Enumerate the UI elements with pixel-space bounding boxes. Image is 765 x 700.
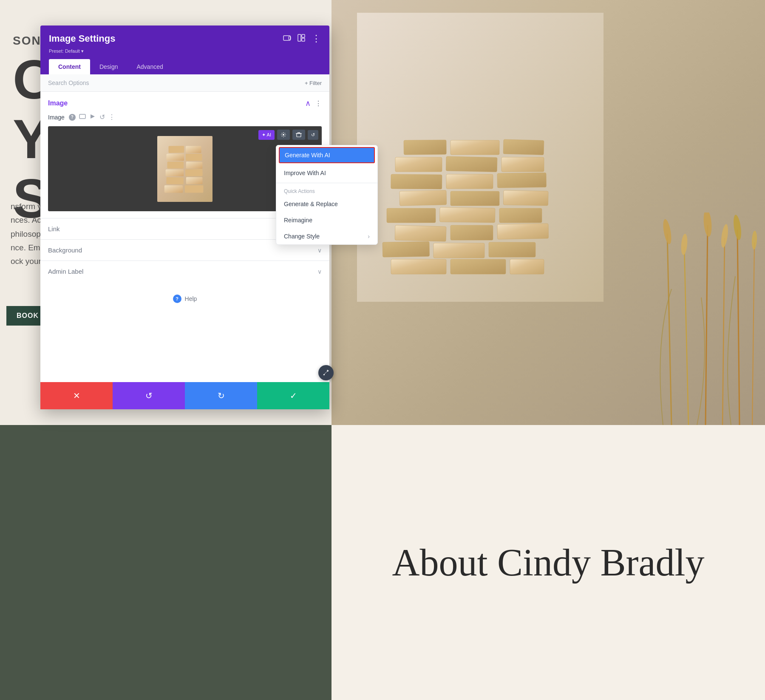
ai-toolbar: ✦ AI [258,130,318,140]
image-reset-icon[interactable]: ↺ [99,113,105,121]
ai-trash-button[interactable] [292,130,305,140]
svg-line-35 [752,242,754,425]
dropdown-divider-1 [276,183,377,183]
bg-right-panel [332,0,765,425]
image-label: Image [48,114,65,121]
section-more-icon[interactable]: ⋮ [315,99,322,108]
collapse-icon[interactable]: ∧ [305,99,311,108]
svg-rect-41 [302,38,305,41]
cancel-button[interactable]: ✕ [40,382,113,409]
preview-image [157,136,212,202]
search-input-wrap: Search Options [48,79,305,86]
admin-label-text: Admin Label [48,268,83,275]
bg-bottom-right: About Cindy Bradly [332,425,765,700]
panel-header: Image Settings [40,26,329,74]
svg-line-27 [684,247,688,425]
svg-rect-19 [395,157,442,172]
link-label: Link [48,225,60,232]
tab-advanced[interactable]: Advanced [127,59,172,74]
svg-rect-49 [185,169,203,176]
help-section[interactable]: ? Help [40,282,329,316]
image-settings-panel: Image Settings [40,26,329,409]
svg-rect-47 [186,177,203,184]
svg-rect-20 [446,156,497,172]
svg-rect-13 [400,190,447,206]
background-label: Background [48,247,82,254]
ai-undo-button[interactable]: ↺ [308,130,318,140]
dropdown-change-style[interactable]: Change Style › [276,228,377,244]
about-title: About Cindy Bradly [392,541,705,584]
trash-icon [296,132,302,138]
panel-tabs: Content Design Advanced [49,59,321,74]
image-row: Image ? ↺ ⋮ [40,111,329,126]
svg-line-29 [706,225,708,425]
image-section-title: Image [48,99,68,107]
preview-jenga-svg [162,140,208,198]
tab-design[interactable]: Design [90,59,128,74]
image-target-icon[interactable] [89,113,96,121]
svg-rect-1 [391,259,446,274]
svg-rect-52 [167,153,184,160]
help-tooltip-icon[interactable]: ? [69,114,76,121]
image-preview-area: ✦ AI [48,126,322,211]
svg-rect-22 [404,140,446,155]
image-more-icon[interactable]: ⋮ [108,113,115,121]
image-device-icon[interactable] [79,113,86,121]
bg-bottom-left [0,425,332,700]
dropdown-reimagine[interactable]: Reimagine [276,212,377,228]
search-bar: Search Options + Filter [40,74,329,92]
chevron-right-icon: › [368,233,370,240]
svg-point-62 [323,374,325,375]
svg-rect-57 [297,133,301,137]
svg-point-36 [751,231,757,250]
panel-header-top: Image Settings [49,33,321,44]
svg-rect-8 [450,225,493,240]
svg-rect-55 [186,146,201,153]
svg-rect-23 [450,140,499,155]
svg-rect-14 [450,191,499,206]
undo-icon: ↺ [311,132,315,138]
svg-line-33 [737,230,740,425]
redo-action-button[interactable]: ↻ [185,382,257,409]
svg-rect-15 [503,190,548,206]
wooden-blocks-svg [357,13,604,302]
svg-rect-4 [382,241,430,257]
settings-dot-button[interactable] [318,365,334,380]
svg-rect-5 [434,243,484,258]
svg-rect-45 [185,185,203,193]
svg-point-56 [283,134,284,136]
svg-rect-11 [440,207,495,223]
svg-rect-10 [387,208,436,223]
svg-rect-46 [166,177,184,184]
svg-rect-44 [164,185,183,193]
background-collapse-icon: ∨ [317,247,322,254]
svg-point-28 [680,233,688,255]
svg-rect-40 [302,34,305,37]
svg-rect-48 [166,169,184,176]
panel-preset[interactable]: Preset: Default ▾ [49,48,321,54]
admin-collapse-icon: ∨ [317,268,322,275]
dropdown-generate-replace[interactable]: Generate & Replace [276,196,377,212]
image-section-header: Image ∧ ⋮ [40,92,329,111]
layout-icon[interactable] [297,34,306,44]
dropdown-generate-with-ai[interactable]: Generate With AI [279,147,375,163]
svg-rect-6 [489,242,536,257]
more-options-icon[interactable]: ⋮ [312,34,321,43]
filter-button[interactable]: + Filter [305,80,322,86]
dropdown-improve-with-ai[interactable]: Improve With AI [276,165,377,181]
panel-header-icons: ⋮ [283,34,321,44]
svg-rect-39 [298,34,301,41]
ai-generate-button[interactable]: ✦ AI [258,130,275,140]
responsive-icon[interactable] [283,34,291,44]
tab-content[interactable]: Content [49,59,90,74]
reeds-svg [646,213,765,425]
svg-rect-16 [391,174,442,189]
admin-label-section[interactable]: Admin Label ∨ [40,261,329,282]
undo-action-button[interactable]: ↺ [113,382,185,409]
svg-point-26 [662,218,673,245]
ai-settings-button[interactable] [277,130,290,140]
svg-rect-53 [186,153,202,160]
svg-rect-3 [510,259,544,274]
svg-rect-7 [395,225,446,241]
save-button[interactable]: ✓ [257,382,329,409]
